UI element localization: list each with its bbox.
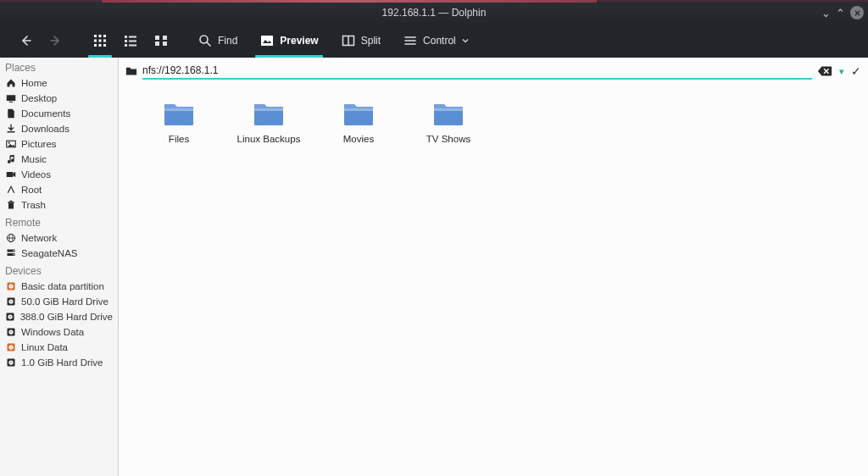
svg-point-43: [13, 250, 14, 251]
music-icon: [5, 153, 17, 165]
file-grid: FilesLinux BackupsMoviesTV Shows: [119, 81, 868, 476]
svg-rect-17: [155, 42, 159, 46]
svg-rect-20: [261, 36, 273, 46]
close-button[interactable]: [850, 6, 864, 19]
folder-item[interactable]: Files: [134, 93, 224, 149]
svg-rect-7: [99, 44, 102, 47]
sidebar-item[interactable]: Pictures: [0, 136, 118, 152]
minimize-button[interactable]: ⌄: [821, 7, 831, 19]
sidebar-item-label: SeagateNAS: [21, 248, 78, 258]
sidebar-item-label: Documents: [21, 108, 70, 119]
arrow-right-icon: [48, 33, 64, 48]
sidebar-item[interactable]: Network: [0, 230, 118, 246]
svg-point-44: [13, 254, 14, 255]
sidebar-item[interactable]: 388.0 GiB Hard Drive: [0, 309, 118, 324]
sidebar: PlacesHomeDesktopDocumentsDownloadsPictu…: [0, 58, 119, 476]
videos-icon: [5, 169, 17, 180]
sidebar-item[interactable]: Root: [0, 182, 118, 197]
toolbar: Find Preview Split Control: [0, 24, 868, 58]
sidebar-section-label: Places: [0, 58, 118, 75]
svg-rect-37: [10, 201, 13, 202]
location-history-button[interactable]: ▾: [839, 66, 844, 77]
disk-color-icon: [5, 280, 17, 292]
clear-location-button[interactable]: [817, 65, 832, 77]
sidebar-item[interactable]: Linux Data: [0, 340, 118, 355]
preview-label: Preview: [280, 35, 318, 47]
image-icon: [259, 33, 275, 48]
sidebar-item-label: 388.0 GiB Hard Drive: [20, 312, 113, 322]
svg-rect-64: [164, 108, 193, 111]
sidebar-item-label: Network: [21, 233, 57, 243]
svg-rect-11: [125, 40, 127, 42]
grid-large-icon: [153, 33, 169, 48]
control-button[interactable]: Control: [395, 28, 477, 53]
svg-rect-14: [129, 45, 136, 47]
home-icon: [5, 77, 17, 89]
svg-point-31: [8, 141, 10, 143]
folder-label: Linux Backups: [237, 134, 301, 144]
sidebar-item-label: Windows Data: [21, 327, 84, 337]
disk-icon: [5, 311, 16, 323]
window-buttons: ⌄ ⌃: [821, 6, 864, 19]
sidebar-item-label: Basic data partition: [21, 281, 104, 291]
sidebar-item-label: 1.0 GiB Hard Drive: [21, 357, 103, 368]
sidebar-item[interactable]: Trash: [0, 197, 118, 213]
svg-rect-28: [9, 102, 14, 102]
sidebar-item[interactable]: Documents: [0, 106, 118, 121]
go-button[interactable]: ✓: [851, 64, 861, 78]
sidebar-item[interactable]: Windows Data: [0, 324, 118, 340]
svg-rect-10: [129, 36, 136, 38]
sidebar-item-label: Trash: [21, 200, 46, 210]
chevron-down-icon: [461, 33, 470, 48]
svg-rect-36: [8, 202, 14, 203]
search-icon: [198, 33, 213, 48]
folder-label: Movies: [343, 134, 374, 144]
location-input[interactable]: [142, 63, 812, 80]
view-compact-button[interactable]: [115, 28, 146, 53]
arrow-left-icon: [18, 33, 33, 48]
documents-icon: [5, 108, 17, 119]
svg-marker-34: [13, 172, 15, 177]
disk-icon: [5, 296, 17, 307]
sidebar-item[interactable]: 1.0 GiB Hard Drive: [0, 355, 118, 370]
sidebar-item[interactable]: Desktop: [0, 91, 118, 106]
view-details-button[interactable]: [146, 28, 176, 53]
svg-rect-27: [7, 95, 16, 101]
titlebar-accent: [102, 0, 597, 3]
sidebar-item[interactable]: Music: [0, 152, 118, 167]
svg-rect-66: [254, 108, 283, 111]
sidebar-item[interactable]: SeagateNAS: [0, 246, 118, 261]
preview-button[interactable]: Preview: [252, 28, 326, 53]
svg-marker-32: [8, 144, 14, 147]
folder-item[interactable]: Movies: [314, 93, 403, 149]
forward-button[interactable]: [41, 28, 71, 53]
network-icon: [5, 232, 17, 244]
sidebar-item[interactable]: Home: [0, 75, 118, 91]
svg-rect-13: [125, 44, 127, 47]
svg-point-53: [10, 316, 12, 318]
sidebar-item[interactable]: Downloads: [0, 121, 118, 136]
svg-rect-70: [434, 108, 463, 111]
view-icons-button[interactable]: [85, 28, 115, 53]
back-button[interactable]: [10, 28, 41, 53]
sidebar-item-label: Downloads: [21, 124, 70, 134]
folder-item[interactable]: TV Shows: [403, 93, 493, 149]
svg-rect-16: [163, 36, 167, 40]
sidebar-item[interactable]: 50.0 GiB Hard Drive: [0, 294, 118, 309]
sidebar-item-label: Pictures: [21, 139, 57, 149]
folder-item[interactable]: Linux Backups: [224, 93, 314, 149]
svg-point-62: [10, 362, 12, 363]
sidebar-item[interactable]: Basic data partition: [0, 279, 118, 294]
svg-rect-68: [344, 108, 373, 111]
find-button[interactable]: Find: [190, 28, 245, 53]
svg-rect-35: [8, 203, 14, 209]
svg-rect-9: [125, 36, 127, 38]
sidebar-item-label: 50.0 GiB Hard Drive: [21, 296, 108, 307]
sidebar-item[interactable]: Videos: [0, 167, 118, 182]
svg-rect-1: [99, 35, 102, 37]
window-title: 192.168.1.1 — Dolphin: [382, 7, 487, 19]
split-button[interactable]: Split: [333, 28, 388, 53]
svg-rect-33: [7, 172, 14, 177]
folder-icon: [125, 65, 137, 77]
maximize-button[interactable]: ⌃: [836, 7, 845, 19]
